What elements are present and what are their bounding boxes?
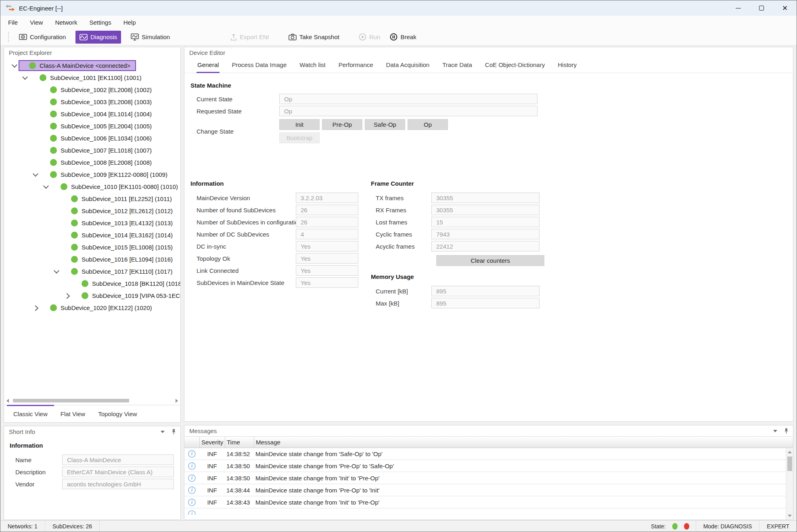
view-tab[interactable]: Flat View	[54, 405, 92, 422]
frame-counter-row-value[interactable]: 30355	[431, 205, 540, 215]
state-change-button[interactable]: Safe-Op	[365, 119, 405, 130]
tree-chevron-icon[interactable]	[42, 182, 50, 191]
tree-item[interactable]: SubDevice_1018 [BK1120] (1018)	[4, 277, 180, 289]
tree-item[interactable]: SubDevice_1002 [EL2008] (1002)	[4, 84, 180, 96]
tree-chevron-icon[interactable]	[63, 279, 71, 287]
tree-chevron-icon[interactable]	[21, 73, 29, 82]
tree-item[interactable]: SubDevice_1019 [VIPA 053-1EC00] (1019)	[4, 289, 180, 302]
tree-chevron-icon[interactable]	[31, 98, 40, 106]
tree-item[interactable]: SubDevice_1003 [EL2008] (1003)	[4, 96, 180, 108]
tree-item[interactable]: SubDevice_1005 [EL2004] (1005)	[4, 120, 180, 132]
tree-node[interactable]: SubDevice_1003 [EL2008] (1003)	[40, 96, 157, 107]
tree-node[interactable]: SubDevice_1001 [EK1100] (1001)	[29, 72, 147, 83]
time-column-header[interactable]: Time	[225, 437, 254, 448]
tree-chevron-icon[interactable]	[31, 134, 40, 142]
expert-status[interactable]: EXPERT	[759, 521, 797, 532]
information-row-value[interactable]: Yes	[296, 253, 358, 264]
tree-chevron-icon[interactable]	[52, 195, 61, 203]
message-row[interactable]: i INF 14:38:44 MainDevice state change f…	[184, 484, 793, 496]
menu-item[interactable]: Help	[117, 16, 142, 29]
tree-node[interactable]: SubDevice_1020 [EK1122] (1020)	[40, 302, 158, 313]
tree-node[interactable]: SubDevice_1005 [EL2004] (1005)	[40, 121, 157, 132]
tree-node[interactable]: SubDevice_1010 [EK1101-0080] (1010)	[50, 181, 180, 192]
tree-node[interactable]: SubDevice_1019 [VIPA 053-1EC00] (1019)	[71, 290, 180, 301]
message-row[interactable]: i INF 14:38:43 MainDevice state change f…	[184, 496, 793, 509]
scrollbar-thumb[interactable]	[787, 457, 792, 471]
severity-icon-column-header[interactable]	[184, 437, 199, 448]
message-row[interactable]: i INF 14:38:50 MainDevice state change f…	[184, 472, 793, 484]
minimize-button[interactable]	[726, 0, 750, 16]
messages-vertical-scrollbar[interactable]	[786, 448, 793, 519]
run-button[interactable]: Run	[355, 31, 385, 44]
tree-node[interactable]: Class-A MainDevice <connected>	[19, 60, 136, 71]
tree-item[interactable]: SubDevice_1010 [EK1101-0080] (1010)	[4, 180, 180, 193]
state-change-button[interactable]: Pre-Op	[322, 119, 362, 130]
message-column-header[interactable]: Message	[254, 437, 793, 448]
frame-counter-row-value[interactable]: 22412	[431, 241, 540, 251]
configuration-button[interactable]: Configuration	[15, 31, 70, 44]
tree-chevron-icon[interactable]	[31, 146, 40, 154]
tree-horizontal-scrollbar[interactable]	[5, 397, 180, 405]
tree-node[interactable]: SubDevice_1016 [EL1094] (1016)	[61, 254, 178, 265]
editor-tab[interactable]: CoE Object-Dictionary	[484, 61, 546, 73]
frame-counter-row-value[interactable]: 15	[431, 217, 540, 227]
tree-chevron-icon[interactable]	[31, 170, 40, 178]
tree-chevron-icon[interactable]	[52, 207, 61, 215]
menu-item[interactable]: View	[24, 16, 49, 29]
short-info-row-value[interactable]: acontis technologies GmbH	[62, 479, 174, 489]
tree-node[interactable]: SubDevice_1017 [EK1110] (1017)	[61, 266, 178, 277]
tree-chevron-icon[interactable]	[31, 158, 40, 166]
tree-item[interactable]: SubDevice_1007 [EL1018] (1007)	[4, 144, 180, 156]
collapse-messages-icon[interactable]	[773, 430, 777, 432]
export-eni-button[interactable]: Export ENI	[226, 31, 273, 44]
message-row[interactable]: i INF 14:38:50 MainDevice state change f…	[184, 460, 793, 472]
tree-item[interactable]: SubDevice_1013 [EL4132] (1013)	[4, 217, 180, 229]
memory-usage-row-value[interactable]: 895	[431, 298, 540, 308]
break-button[interactable]: Break	[386, 31, 420, 44]
short-info-row-value[interactable]: Class-A MainDevice	[62, 455, 174, 465]
tree-item[interactable]: SubDevice_1006 [EL1034] (1006)	[4, 132, 180, 144]
tree-item[interactable]: Class-A MainDevice <connected>	[4, 59, 180, 71]
tree-node[interactable]: SubDevice_1018 [BK1120] (1018)	[71, 278, 180, 289]
scroll-down-icon[interactable]	[788, 515, 792, 517]
close-button[interactable]: ✕	[773, 0, 797, 16]
menu-item[interactable]: Settings	[83, 16, 117, 29]
state-change-button[interactable]: Init	[279, 119, 320, 130]
tree-node[interactable]: SubDevice_1012 [EL2612] (1012)	[61, 205, 178, 216]
scrollbar-thumb[interactable]	[13, 399, 129, 402]
message-row-partial[interactable]: i	[184, 509, 793, 515]
tree-chevron-icon[interactable]	[31, 86, 40, 94]
tree-node[interactable]: SubDevice_1011 [EL2252] (1011)	[61, 193, 178, 204]
state-change-button[interactable]: Op	[408, 119, 448, 130]
information-row-value[interactable]: 26	[296, 217, 358, 227]
tree-chevron-icon[interactable]	[52, 267, 61, 275]
tree-chevron-icon[interactable]	[52, 231, 61, 239]
editor-tab[interactable]: General	[197, 61, 220, 73]
severity-column-header[interactable]: Severity	[199, 437, 225, 448]
state-row-value[interactable]: Op	[279, 94, 538, 104]
collapse-panel-icon[interactable]	[161, 431, 165, 433]
tree-node[interactable]: SubDevice_1014 [EL3162] (1014)	[61, 230, 178, 241]
scroll-up-icon[interactable]	[788, 451, 792, 453]
tree-item[interactable]: SubDevice_1001 [EK1100] (1001)	[4, 71, 180, 84]
tree-item[interactable]: SubDevice_1011 [EL2252] (1011)	[4, 193, 180, 205]
tree-node[interactable]: SubDevice_1008 [EL2008] (1008)	[40, 157, 157, 168]
frame-counter-row-value[interactable]: 30355	[431, 193, 540, 203]
simulation-button[interactable]: Simulation	[127, 31, 174, 44]
memory-usage-row-value[interactable]: 895	[431, 286, 540, 296]
editor-tab[interactable]: Process Data Image	[231, 61, 287, 73]
scroll-right-icon[interactable]	[176, 399, 178, 403]
tree-item[interactable]: SubDevice_1008 [EL2008] (1008)	[4, 156, 180, 168]
tree-item[interactable]: SubDevice_1009 [EK1122-0080] (1009)	[4, 168, 180, 180]
tree-item[interactable]: SubDevice_1017 [EK1110] (1017)	[4, 265, 180, 277]
information-row-value[interactable]: Yes	[296, 265, 358, 276]
tree-chevron-icon[interactable]	[52, 255, 61, 263]
information-row-value[interactable]: 3.2.2.03	[296, 193, 358, 203]
clear-counters-button[interactable]: Clear counters	[436, 255, 544, 266]
messages-pin-icon[interactable]	[784, 428, 789, 434]
menu-item[interactable]: File	[2, 16, 24, 29]
frame-counter-row-value[interactable]: 7943	[431, 229, 540, 239]
editor-tab[interactable]: Watch list	[299, 61, 326, 73]
view-tab[interactable]: Classic View	[7, 405, 54, 422]
short-info-row-value[interactable]: EtherCAT MainDevice (Class A)	[62, 467, 174, 477]
